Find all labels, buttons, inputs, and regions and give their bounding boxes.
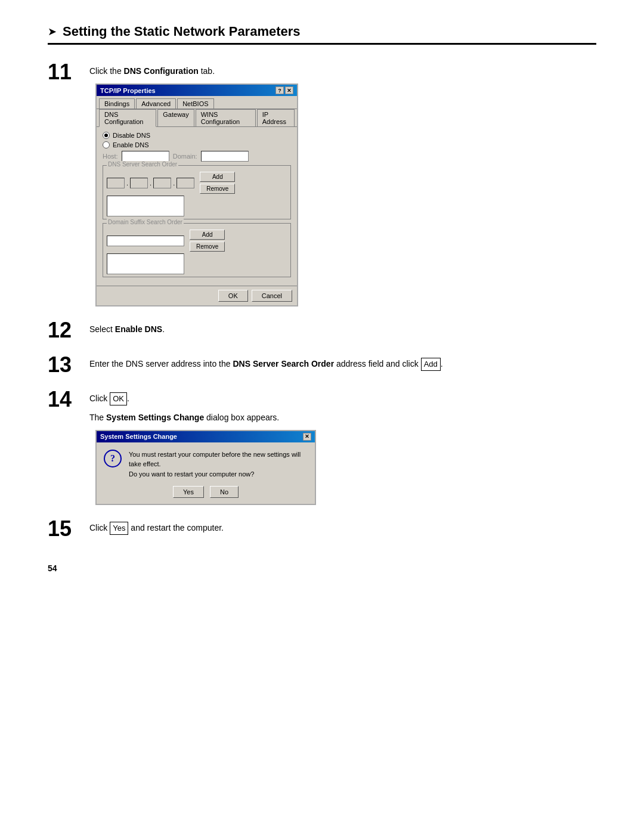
step-13-row: 13 Enter the DNS server address into the…	[48, 354, 596, 376]
step-15-yes-btn-ref: Yes	[110, 522, 128, 535]
section-title: Setting the Static Network Parameters	[63, 24, 301, 39]
system-settings-body: ? You must restart your computer before …	[97, 442, 315, 484]
dns-sep-1: .	[126, 179, 128, 187]
step-15-row: 15 Click Yes and restart the computer.	[48, 518, 596, 540]
dns-octet-2[interactable]	[130, 178, 148, 188]
system-settings-msg-line1: You must restart your computer before th…	[129, 451, 301, 468]
tab-netbios[interactable]: NetBIOS	[177, 98, 213, 109]
dns-octet-1[interactable]	[107, 178, 125, 188]
step-11-content: Click the DNS Configuration tab. TCP/IP …	[89, 61, 596, 306]
step-13-text: Enter the DNS server address into the DN…	[89, 358, 596, 371]
system-settings-title: System Settings Change	[100, 433, 177, 440]
tcp-dialog-close-btn[interactable]: ✕	[285, 86, 293, 94]
step-14-row: 14 Click OK. The System Settings Change …	[48, 389, 596, 505]
section-heading: ➤ Setting the Static Network Parameters	[48, 24, 596, 45]
radio-disable-dns[interactable]	[103, 132, 110, 139]
domain-label: Domain:	[173, 153, 197, 160]
domain-suffix-list[interactable]	[107, 253, 184, 274]
system-settings-message: You must restart your computer before th…	[129, 450, 308, 479]
section-arrow-icon: ➤	[48, 25, 57, 38]
radio-enable-dns-label: Enable DNS	[113, 141, 149, 148]
tab-advanced[interactable]: Advanced	[136, 98, 176, 109]
host-label: Host:	[103, 153, 118, 160]
step-12-content: Select Enable DNS.	[89, 320, 596, 336]
domain-suffix-add-remove-btns: Add Remove	[190, 230, 225, 252]
tab-gateway[interactable]: Gateway	[157, 109, 194, 126]
dns-sep-3: .	[173, 179, 175, 187]
dns-sep-2: .	[150, 179, 151, 187]
tcp-dialog-titlebar: TCP/IP Properties ? ✕	[97, 85, 297, 96]
domain-suffix-remove-button[interactable]: Remove	[190, 241, 225, 252]
domain-suffix-add-button[interactable]: Add	[190, 230, 225, 240]
host-domain-row: Host: Domain:	[103, 151, 291, 162]
tcp-dialog-body: Disable DNS Enable DNS Host: Domain: DNS…	[97, 127, 297, 286]
radio-row-enable: Enable DNS	[103, 141, 291, 148]
tcp-dialog-question-btn[interactable]: ?	[275, 86, 284, 94]
tab-ip-address[interactable]: IP Address	[257, 109, 295, 126]
step-15-text: Click Yes and restart the computer.	[89, 522, 596, 535]
step-15-number: 15	[48, 518, 83, 540]
radio-enable-dns[interactable]	[103, 141, 110, 148]
step-11-text: Click the DNS Configuration tab.	[89, 65, 596, 78]
system-settings-titlebar: System Settings Change ✕	[97, 431, 315, 442]
tcp-tabs-row2: DNS Configuration Gateway WINS Configura…	[97, 109, 297, 127]
after-step-14-text: The System Settings Change dialog box ap…	[89, 411, 596, 424]
step-12-text: Select Enable DNS.	[89, 323, 596, 336]
dns-octet-3[interactable]	[153, 178, 171, 188]
step-13-add-btn-ref: Add	[421, 358, 441, 371]
tab-dns-configuration[interactable]: DNS Configuration	[99, 109, 156, 127]
radio-disable-dns-label: Disable DNS	[113, 132, 150, 139]
step-13-content: Enter the DNS server address into the DN…	[89, 354, 596, 371]
domain-suffix-label: Domain Suffix Search Order	[107, 219, 184, 225]
dns-octet-4[interactable]	[177, 178, 194, 188]
domain-input[interactable]	[201, 151, 249, 162]
dns-add-button[interactable]: Add	[200, 172, 235, 182]
radio-row-disable: Disable DNS	[103, 132, 291, 139]
dns-octet-row: . . . Add Remove	[107, 172, 287, 194]
tcp-dialog-bottom-buttons: OK Cancel	[97, 286, 297, 305]
step-12-row: 12 Select Enable DNS.	[48, 320, 596, 341]
tcp-cancel-button[interactable]: Cancel	[252, 290, 292, 302]
step-14-number: 14	[48, 389, 83, 410]
system-settings-no-button[interactable]: No	[210, 486, 239, 498]
tcp-dialog-title: TCP/IP Properties	[100, 87, 156, 94]
domain-suffix-input-row: Add Remove	[107, 230, 287, 252]
step-11-number: 11	[48, 61, 83, 83]
step-15-content: Click Yes and restart the computer.	[89, 518, 596, 535]
system-settings-yes-button[interactable]: Yes	[173, 486, 204, 498]
step-11-row: 11 Click the DNS Configuration tab. TCP/…	[48, 61, 596, 306]
tcp-tabs-row1: Bindings Advanced NetBIOS	[97, 96, 297, 109]
domain-suffix-input[interactable]	[107, 236, 184, 246]
question-icon: ?	[104, 450, 122, 467]
tab-wins-configuration[interactable]: WINS Configuration	[196, 109, 256, 126]
step-14-content: Click OK. The System Settings Change dia…	[89, 389, 596, 505]
dns-server-search-order-group: DNS Server Search Order . . . Add	[103, 165, 291, 219]
page-number: 54	[48, 563, 596, 573]
tcp-dialog-titlebar-buttons: ? ✕	[275, 86, 293, 94]
tab-bindings[interactable]: Bindings	[99, 98, 135, 109]
system-settings-close-btn[interactable]: ✕	[303, 433, 311, 441]
step-14-ok-btn-ref: OK	[110, 392, 127, 405]
system-settings-buttons: Yes No	[97, 484, 315, 504]
dns-add-remove-btns: Add Remove	[200, 172, 235, 194]
domain-suffix-search-order-group: Domain Suffix Search Order Add Remove	[103, 223, 291, 277]
system-settings-dialog: System Settings Change ✕ ? You must rest…	[95, 430, 316, 506]
step-12-number: 12	[48, 320, 83, 341]
tcp-ip-dialog: TCP/IP Properties ? ✕ Bindings Advanced …	[95, 83, 298, 306]
host-input[interactable]	[122, 151, 169, 162]
dns-remove-button[interactable]: Remove	[200, 184, 235, 194]
tcp-ok-button[interactable]: OK	[218, 290, 248, 302]
system-settings-titlebar-buttons: ✕	[303, 433, 311, 441]
dns-server-list[interactable]	[107, 196, 184, 216]
dns-server-search-label: DNS Server Search Order	[107, 161, 178, 168]
step-14-text: Click OK.	[89, 392, 596, 405]
step-13-number: 13	[48, 354, 83, 376]
system-settings-msg-line2: Do you want to restart your computer now…	[129, 470, 254, 478]
